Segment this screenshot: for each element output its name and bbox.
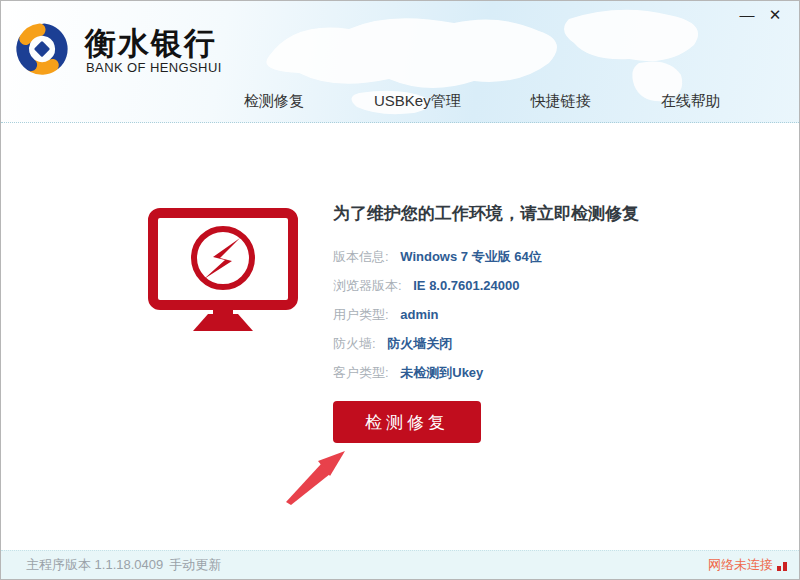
detect-repair-button[interactable]: 检测修复: [333, 401, 481, 443]
app-window: 衡水银行 BANK OF HENGSHUI — ✕ 检测修复 USBKey管理 …: [0, 0, 800, 580]
info-value: 防火墙关闭: [387, 336, 452, 351]
network-signal-icon: [777, 560, 787, 571]
info-value: IE 8.0.7601.24000: [413, 278, 519, 293]
status-bar: 主程序版本 1.1.18.0409 手动更新 网络未连接: [1, 550, 799, 579]
red-arrow-annotation-icon: [285, 449, 349, 507]
info-row-firewall: 防火墙: 防火墙关闭: [333, 329, 753, 358]
minimize-button[interactable]: —: [737, 5, 757, 25]
info-value: Windows 7 专业版 64位: [400, 249, 541, 264]
info-value: 未检测到Ukey: [400, 365, 483, 380]
info-label: 浏览器版本:: [333, 278, 402, 293]
network-status: 网络未连接: [708, 556, 787, 574]
header: 衡水银行 BANK OF HENGSHUI — ✕ 检测修复 USBKey管理 …: [1, 1, 799, 123]
bank-name-chinese: 衡水银行: [85, 23, 217, 65]
repair-panel: 为了维护您的工作环境，请立即检测修复 版本信息: Windows 7 专业版 6…: [333, 201, 753, 443]
monitor-lightning-icon: [147, 207, 299, 331]
network-status-text: 网络未连接: [708, 556, 773, 574]
nav-item-quick-links[interactable]: 快捷链接: [531, 92, 591, 111]
info-label: 用户类型:: [333, 307, 389, 322]
info-row-version: 版本信息: Windows 7 专业版 64位: [333, 242, 753, 271]
info-row-user-type: 用户类型: admin: [333, 300, 753, 329]
nav-item-online-help[interactable]: 在线帮助: [661, 92, 721, 111]
nav-item-usbkey-management[interactable]: USBKey管理: [374, 92, 461, 111]
version-text: 主程序版本 1.1.18.0409: [26, 556, 163, 574]
bank-logo-icon: [13, 20, 71, 78]
manual-update-link[interactable]: 手动更新: [169, 556, 221, 574]
info-label: 版本信息:: [333, 249, 389, 264]
nav-item-detect-repair[interactable]: 检测修复: [244, 92, 304, 111]
window-controls: — ✕: [737, 5, 785, 25]
info-row-browser: 浏览器版本: IE 8.0.7601.24000: [333, 271, 753, 300]
footer-version: 主程序版本 1.1.18.0409 手动更新: [26, 556, 221, 574]
info-label: 防火墙:: [333, 336, 376, 351]
panel-title: 为了维护您的工作环境，请立即检测修复: [333, 201, 753, 227]
info-row-client-type: 客户类型: 未检测到Ukey: [333, 358, 753, 387]
main-nav: 检测修复 USBKey管理 快捷链接 在线帮助: [244, 92, 721, 111]
bank-name-english: BANK OF HENGSHUI: [86, 60, 222, 75]
info-label: 客户类型:: [333, 365, 389, 380]
close-button[interactable]: ✕: [765, 5, 785, 25]
info-value: admin: [400, 307, 438, 322]
